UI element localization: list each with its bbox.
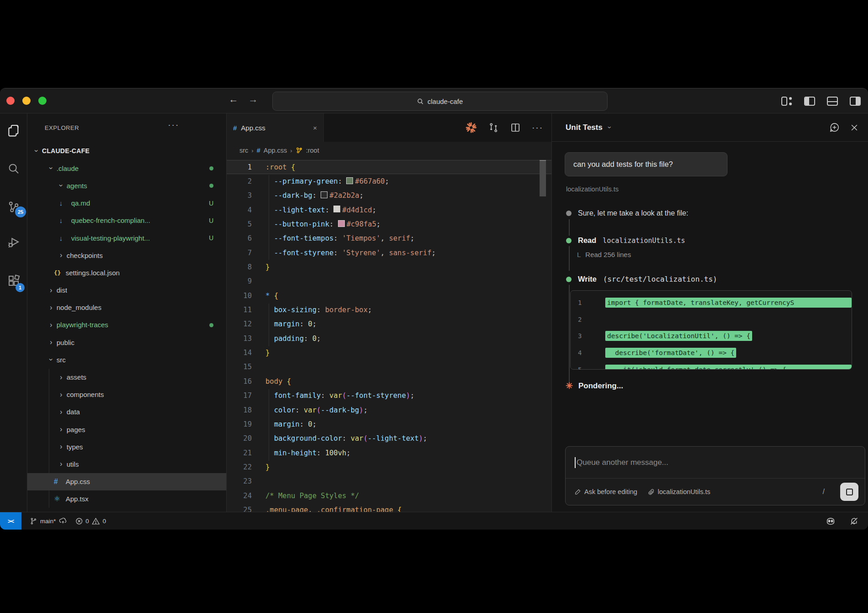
code-token: serif [389, 234, 411, 242]
tree-item[interactable]: public [27, 334, 226, 351]
twisty-icon [31, 147, 42, 155]
new-chat-icon[interactable] [829, 122, 840, 133]
nav-back-button[interactable]: ← [227, 94, 240, 105]
chat-input-area[interactable]: Queue another message... [566, 447, 865, 479]
write-step[interactable]: Write (src/test/localization.ts) [566, 275, 717, 283]
tree-item[interactable]: checkpoints [27, 247, 226, 264]
breadcrumb-folder[interactable]: src [239, 147, 248, 154]
diff-code-block[interactable]: 1 import { formatDate, translateKey, get… [570, 290, 852, 370]
write-path: (src/test/localization.ts) [603, 275, 717, 283]
code-token: ( [342, 391, 346, 400]
twisty-icon [46, 304, 57, 312]
publish-icon[interactable] [59, 517, 67, 525]
error-count: 0 [86, 518, 89, 525]
tree-item[interactable]: components [27, 386, 226, 403]
toggle-secondary-sidebar-icon[interactable] [850, 97, 861, 106]
code-token: , [308, 506, 317, 512]
line-number: 17 [227, 391, 252, 400]
tree-item[interactable]: agents [27, 177, 226, 194]
diff-line-text: describe('LocalizationUtil', () => { [605, 331, 752, 341]
tree-item[interactable]: data [27, 403, 226, 421]
twisty-icon [46, 338, 57, 346]
toggle-sidebar-icon[interactable] [804, 97, 815, 106]
command-center-search[interactable]: claude-cafe [272, 92, 608, 111]
diff-line: 4 describe('formatDate', () => { [571, 345, 852, 361]
code-line: 12 margin: 0; [227, 317, 551, 331]
attached-file-label: localizationUtils.ts [658, 488, 710, 495]
twisty-icon [56, 408, 67, 416]
breadcrumb-file[interactable]: App.css [264, 147, 287, 154]
search-view-icon[interactable] [0, 162, 27, 175]
tree-item-label: public [57, 339, 74, 346]
breadcrumb[interactable]: src › # App.css › :root [227, 142, 551, 159]
code-token [265, 434, 274, 443]
code-line: 14 } [227, 345, 551, 360]
close-panel-icon[interactable] [850, 123, 859, 132]
diff-line: 2 [571, 311, 852, 328]
claude-spark-icon[interactable] [465, 122, 477, 134]
read-step[interactable]: Read localizationUtils.ts [566, 236, 685, 245]
git-status-badge: U [209, 200, 213, 207]
tree-item[interactable]: quebec-french-complian... U [27, 212, 226, 229]
code-token: 'Styrene' [342, 249, 380, 257]
tree-item[interactable]: types [27, 438, 226, 455]
chevron-down-icon[interactable]: › [606, 126, 614, 129]
tree-item[interactable]: App.tsx [27, 490, 226, 508]
code-token: ; [359, 191, 364, 200]
code-token: ; [410, 391, 414, 400]
code-token: : [333, 249, 342, 257]
more-actions-icon[interactable]: ··· [532, 123, 543, 133]
tab-label: App.css [241, 124, 265, 132]
nav-forward-button[interactable]: → [246, 94, 260, 105]
explorer-icon[interactable] [0, 124, 27, 138]
editor-scrollbar-thumb[interactable] [540, 160, 546, 196]
chat-input-box[interactable]: Queue another message... Ask before edit… [565, 446, 865, 505]
window-close-button[interactable] [6, 97, 15, 105]
tab-close-icon[interactable]: × [313, 124, 317, 132]
window-maximize-button[interactable] [38, 97, 47, 105]
toggle-panel-icon[interactable] [827, 97, 838, 106]
attached-file-chip[interactable]: localizationUtils.ts [648, 488, 710, 495]
extensions-badge: 1 [16, 283, 25, 292]
compare-changes-icon[interactable] [488, 122, 499, 133]
tree-item[interactable]: App.css [27, 473, 226, 490]
tree-item[interactable]: pages [27, 421, 226, 438]
line-content: /* Menu Page Styles */ [265, 492, 359, 500]
twisty-icon [56, 425, 67, 433]
customize-layout-icon[interactable] [781, 97, 792, 106]
edit-mode-selector[interactable]: Ask before editing [575, 488, 637, 495]
tree-item[interactable]: settings.local.json [27, 264, 226, 281]
remote-indicator[interactable]: >< [0, 512, 21, 530]
window-minimize-button[interactable] [22, 97, 31, 105]
notifications-muted-icon[interactable] [849, 516, 859, 526]
warning-count: 0 [103, 518, 106, 525]
assistant-message: Sure, let me take a look at the file: [566, 209, 688, 217]
problems-item[interactable]: 0 0 [75, 517, 106, 525]
breadcrumb-symbol[interactable]: :root [306, 147, 319, 154]
tree-item[interactable]: src [27, 351, 226, 368]
git-branch-item[interactable]: main* [30, 517, 67, 525]
code-viewport[interactable]: 1 :root { 2 --primary-green: #667a60; 3 [227, 159, 551, 512]
copilot-icon[interactable] [826, 516, 836, 526]
extensions-icon[interactable]: 1 [0, 274, 27, 288]
split-editor-icon[interactable] [510, 122, 521, 133]
tree-item[interactable]: .claude [27, 160, 226, 177]
code-token: { [274, 292, 278, 300]
tree-item[interactable]: visual-testing-playwright... U [27, 229, 226, 247]
run-debug-icon[interactable] [0, 236, 27, 249]
code-token: ; [346, 449, 350, 457]
tree-item[interactable]: utils [27, 455, 226, 473]
tree-item[interactable]: qa.md U [27, 195, 226, 212]
stop-button[interactable] [840, 483, 858, 501]
tree-item[interactable]: playwright-traces [27, 316, 226, 334]
slash-command-hint[interactable]: / [823, 488, 825, 496]
tab-appcss[interactable]: # App.css × [227, 113, 324, 142]
source-control-icon[interactable]: 25 [0, 200, 27, 214]
line-content: } [265, 263, 270, 271]
tree-item[interactable]: node_modules [27, 299, 226, 316]
tree-item[interactable]: dist [27, 282, 226, 299]
tree-item[interactable]: assets [27, 368, 226, 386]
sidebar-more-actions-icon[interactable]: ··· [168, 120, 179, 130]
tree-item[interactable]: CLAUDE-CAFE [27, 142, 226, 160]
code-token: } [265, 463, 270, 471]
